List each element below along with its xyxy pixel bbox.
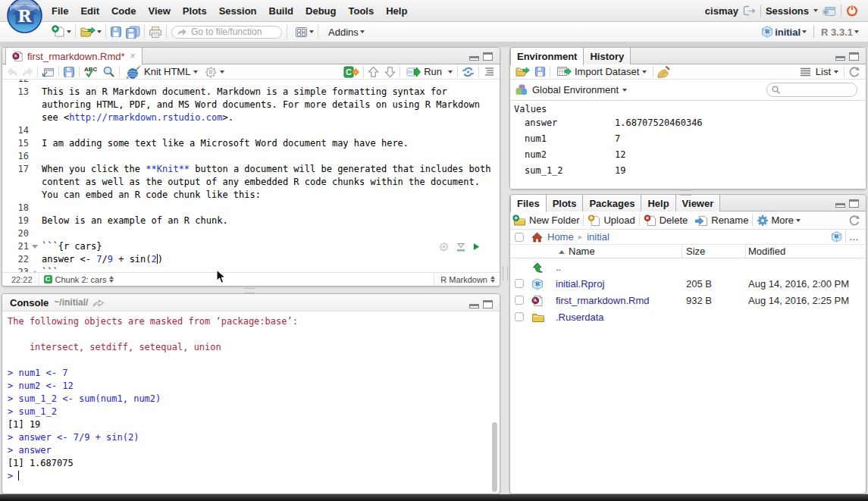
print-button[interactable] <box>147 26 164 39</box>
editor-row[interactable]: 16 <box>2 150 500 163</box>
go-to-previous-chunk-icon[interactable] <box>368 66 379 78</box>
editor-row[interactable]: 17When you click the **Knit** button a d… <box>2 163 500 176</box>
editor-tab-first-rmarkdown[interactable]: first_rmarkdown.Rmd* × <box>5 48 143 65</box>
menu-plots[interactable]: Plots <box>180 5 209 17</box>
file-row-first-rmarkdown-Rmd[interactable]: first_rmarkdown.Rmd932 BAug 14, 2016, 2:… <box>510 293 866 309</box>
console-scrollbar[interactable] <box>492 422 497 492</box>
environment-variable-row[interactable]: num212 <box>510 149 866 164</box>
new-session-icon[interactable] <box>823 5 836 17</box>
sign-out-icon[interactable] <box>743 5 756 16</box>
upload-button[interactable]: Upload <box>586 214 636 227</box>
knit-settings-button[interactable] <box>202 66 227 78</box>
editor-row[interactable]: 19Below is an example of an R chunk. <box>2 214 500 227</box>
code-fold-icon[interactable] <box>32 245 38 249</box>
file-row--Ruserdata[interactable]: .Ruserdata <box>510 309 866 326</box>
power-quit-icon[interactable] <box>846 5 858 17</box>
clear-workspace-broom-icon[interactable] <box>657 65 670 78</box>
find-replace-icon[interactable] <box>102 65 115 78</box>
tab-viewer[interactable]: Viewer <box>676 195 721 211</box>
column-header-name[interactable]: Name <box>559 246 595 257</box>
vertical-splitter[interactable] <box>503 266 508 280</box>
select-all-checkbox[interactable] <box>515 233 524 242</box>
insert-chunk-icon[interactable] <box>343 66 359 78</box>
environment-variable-row[interactable]: sum_1_219 <box>510 164 866 180</box>
goto-file-input[interactable]: Go to file/function <box>171 26 282 39</box>
file-name-link[interactable]: initial.Rproj <box>556 278 604 290</box>
tab-help[interactable]: Help <box>641 195 675 211</box>
knit-button[interactable]: Knit HTML <box>124 65 200 79</box>
console-popout-icon[interactable] <box>92 298 105 307</box>
file-row-initial-Rproj[interactable]: initial.Rproj205 BAug 14, 2016, 2:00 PM <box>510 276 866 293</box>
rename-button[interactable]: Rename <box>693 214 750 227</box>
new-file-button[interactable] <box>50 25 73 39</box>
minimize-pane-button[interactable] <box>835 203 845 208</box>
tab-files[interactable]: Files <box>510 195 547 212</box>
new-folder-button[interactable]: New Folder <box>511 214 581 227</box>
open-file-button[interactable] <box>78 26 103 38</box>
minimize-pane-button[interactable] <box>469 56 479 61</box>
editor-row[interactable]: 18 <box>2 202 500 214</box>
console-output[interactable]: The following objects are masked from ‘p… <box>2 312 500 493</box>
rerun-icon[interactable] <box>462 66 475 78</box>
file-type-label[interactable]: R Markdown <box>440 275 487 284</box>
file-name-link[interactable]: first_rmarkdown.Rmd <box>556 295 650 306</box>
maximize-pane-button[interactable] <box>483 52 493 61</box>
file-name-link[interactable]: .. <box>556 261 561 273</box>
spellcheck-icon[interactable] <box>83 65 99 78</box>
editor-row[interactable]: 15I am adding some text like a Microsoft… <box>2 137 500 150</box>
editor-row[interactable]: content as well as the output of any emb… <box>2 176 500 189</box>
tab-history[interactable]: History <box>584 48 631 64</box>
menu-build[interactable]: Build <box>267 5 296 17</box>
breadcrumb-initial[interactable]: initial <box>587 231 609 243</box>
editor-row[interactable]: see <http://rmarkdown.rstudio.com>. <box>2 111 500 124</box>
chunk-options-gear-icon[interactable] <box>439 242 449 252</box>
refresh-icon[interactable] <box>848 66 860 78</box>
menu-view[interactable]: View <box>146 5 172 17</box>
more-button[interactable]: More <box>755 214 802 227</box>
breadcrumb-home[interactable]: Home <box>547 231 574 243</box>
chunk-nav-label[interactable]: Chunk 2: cars <box>55 275 107 284</box>
editor-row[interactable]: authoring HTML, PDF, and MS Word documen… <box>2 99 500 111</box>
maximize-pane-button[interactable] <box>849 52 859 61</box>
maximize-pane-button[interactable] <box>849 199 859 208</box>
maximize-pane-button[interactable] <box>483 300 493 308</box>
tab-environment[interactable]: Environment <box>510 48 584 65</box>
refresh-icon[interactable] <box>848 214 860 227</box>
tab-plots[interactable]: Plots <box>547 195 584 211</box>
run-chunk-icon[interactable] <box>473 243 480 251</box>
editor-row[interactable]: You can embed an R code chunk like this: <box>2 189 500 202</box>
horizontal-splitter-left[interactable] <box>244 288 255 293</box>
minimize-pane-button[interactable] <box>835 56 845 61</box>
delete-button[interactable]: Delete <box>642 214 690 227</box>
tab-packages[interactable]: Packages <box>583 195 641 211</box>
editor-row[interactable]: 14 <box>2 124 500 137</box>
forward-icon[interactable] <box>21 67 33 77</box>
list-view-button[interactable]: List <box>814 66 840 77</box>
menu-session[interactable]: Session <box>217 5 259 17</box>
import-dataset-button[interactable]: Import Dataset <box>554 66 649 77</box>
sessions-menu[interactable]: Sessions <box>766 5 809 17</box>
run-button[interactable]: Run <box>404 66 455 77</box>
menu-code[interactable]: Code <box>109 5 139 17</box>
save-workspace-icon[interactable] <box>534 66 546 77</box>
editor-row[interactable]: 21```{r cars} <box>2 240 500 253</box>
environment-variable-row[interactable]: answer1.68707520460346 <box>510 117 866 133</box>
minimize-pane-button[interactable] <box>469 304 479 308</box>
more-columns-button[interactable]: … <box>849 231 860 243</box>
code-editor[interactable]: 1213This is an R Markdown document. Mark… <box>2 80 500 273</box>
editor-row[interactable]: 12 <box>2 80 500 86</box>
editor-row[interactable]: 13This is an R Markdown document. Markdo… <box>2 86 500 99</box>
column-header-size[interactable]: Size <box>686 246 705 257</box>
file-checkbox[interactable] <box>515 312 524 321</box>
save-icon[interactable] <box>63 66 75 78</box>
menu-help[interactable]: Help <box>384 5 409 17</box>
editor-row[interactable]: 20 <box>2 227 500 240</box>
home-icon[interactable] <box>531 232 543 243</box>
pane-layout-button[interactable] <box>293 27 315 38</box>
file-row--[interactable]: .. <box>510 259 866 276</box>
file-checkbox[interactable] <box>515 296 524 305</box>
document-outline-icon[interactable] <box>483 67 495 77</box>
environment-scope-label[interactable]: Global Environment <box>532 84 619 96</box>
project-menu[interactable]: initial <box>760 26 808 38</box>
column-header-modified[interactable]: Modified <box>748 246 785 257</box>
